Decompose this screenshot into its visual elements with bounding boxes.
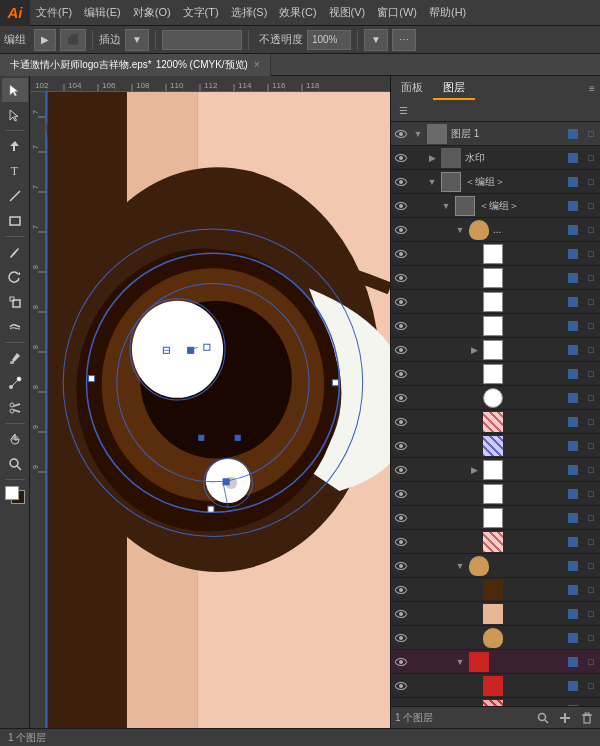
layer-expand-13[interactable] [467, 410, 481, 434]
layer-row[interactable]: □ [391, 578, 600, 602]
layer-row[interactable]: ▼ ＜编组＞ □ [391, 194, 600, 218]
layer-row[interactable]: □ [391, 314, 600, 338]
layer-row[interactable]: □ [391, 482, 600, 506]
layer-expand-25[interactable] [467, 674, 481, 698]
layer-vis-2[interactable] [391, 146, 411, 170]
document-tab[interactable]: 卡通激情小厨师logo吉祥物.eps* 1200% (CMYK/预览) × [0, 54, 271, 76]
layer-row[interactable]: ▼ □ [391, 554, 600, 578]
layer-vis-7[interactable] [391, 266, 411, 290]
layer-expand-15[interactable]: ▶ [467, 458, 481, 482]
layer-vis-5[interactable] [391, 218, 411, 242]
warp-tool[interactable] [2, 315, 28, 339]
layer-vis-3[interactable] [391, 170, 411, 194]
layer-expand-4[interactable]: ▼ [439, 194, 453, 218]
panel-tab-layers[interactable]: 图层 [433, 76, 475, 100]
layer-row[interactable]: ▶ □ [391, 458, 600, 482]
layer-vis-8[interactable] [391, 290, 411, 314]
layer-expand-10[interactable]: ▶ [467, 338, 481, 362]
layer-vis-24[interactable] [391, 650, 411, 674]
layer-vis-22[interactable] [391, 602, 411, 626]
layer-vis-26[interactable] [391, 698, 411, 707]
layer-vis-10[interactable] [391, 338, 411, 362]
layer-visibility-1[interactable] [391, 122, 411, 146]
layer-row[interactable]: ▼ ... □ [391, 218, 600, 242]
layer-expand-5[interactable]: ▼ [453, 218, 467, 242]
menu-effect[interactable]: 效果(C) [273, 0, 322, 26]
layer-expand-20[interactable]: ▼ [453, 554, 467, 578]
eyedropper-tool[interactable] [2, 346, 28, 370]
layer-expand-8[interactable] [467, 290, 481, 314]
stroke-input[interactable] [162, 30, 242, 50]
layer-vis-20[interactable] [391, 554, 411, 578]
menu-select[interactable]: 选择(S) [225, 0, 274, 26]
layer-expand-2[interactable]: ▶ [425, 146, 439, 170]
layer-expand-1[interactable]: ▼ [411, 122, 425, 146]
layer-row[interactable]: □ [391, 698, 600, 706]
layer-expand-26[interactable] [467, 698, 481, 707]
direct-select-tool[interactable] [2, 103, 28, 127]
layer-options-btn[interactable]: ☰ [395, 103, 411, 119]
menu-help[interactable]: 帮助(H) [423, 0, 472, 26]
layer-expand-3[interactable]: ▼ [425, 170, 439, 194]
layer-vis-12[interactable] [391, 386, 411, 410]
layers-panel[interactable]: ▼ 图层 1 □ ▶ 水印 □ ▼ ＜ [391, 122, 600, 706]
layer-vis-15[interactable] [391, 458, 411, 482]
style-btn[interactable]: ▼ [364, 29, 388, 51]
select-tool[interactable] [2, 78, 28, 102]
rotate-tool[interactable] [2, 265, 28, 289]
layer-expand-12[interactable] [467, 386, 481, 410]
pen-tool[interactable] [2, 134, 28, 158]
layer-vis-9[interactable] [391, 314, 411, 338]
layer-expand-7[interactable] [467, 266, 481, 290]
layer-row[interactable]: □ [391, 410, 600, 434]
panel-tab-board[interactable]: 面板 [391, 76, 433, 100]
layer-row[interactable]: □ [391, 674, 600, 698]
type-tool[interactable]: T [2, 159, 28, 183]
layer-vis-14[interactable] [391, 434, 411, 458]
layer-row[interactable]: □ [391, 386, 600, 410]
layer-vis-21[interactable] [391, 578, 411, 602]
layer-expand-24[interactable]: ▼ [453, 650, 467, 674]
blend-tool[interactable] [2, 371, 28, 395]
panel-collapse-btn[interactable]: ≡ [584, 80, 600, 96]
menu-object[interactable]: 对象(O) [127, 0, 177, 26]
layers-add-btn[interactable] [556, 709, 574, 727]
mode-select[interactable]: ▼ [125, 29, 149, 51]
opacity-input[interactable] [307, 30, 351, 50]
isolate-group-btn[interactable]: ▶ [34, 29, 56, 51]
layer-vis-16[interactable] [391, 482, 411, 506]
layer-vis-23[interactable] [391, 626, 411, 650]
layer-expand-11[interactable] [467, 362, 481, 386]
more-btn[interactable]: ⋯ [392, 29, 416, 51]
layer-row[interactable]: ▶ 水印 □ [391, 146, 600, 170]
layer-vis-25[interactable] [391, 674, 411, 698]
layer-expand-14[interactable] [467, 434, 481, 458]
layer-expand-17[interactable] [467, 506, 481, 530]
layers-delete-btn[interactable] [578, 709, 596, 727]
layer-row[interactable]: ▼ ＜编组＞ □ [391, 170, 600, 194]
layer-vis-4[interactable] [391, 194, 411, 218]
layer-row[interactable]: □ [391, 290, 600, 314]
layer-row[interactable]: □ [391, 530, 600, 554]
scissors-tool[interactable] [2, 396, 28, 420]
brush-tool[interactable] [2, 240, 28, 264]
zoom-tool[interactable] [2, 452, 28, 476]
layer-row[interactable]: ▼ 图层 1 □ [391, 122, 600, 146]
menu-text[interactable]: 文字(T) [177, 0, 225, 26]
menu-file[interactable]: 文件(F) [30, 0, 78, 26]
rect-tool[interactable] [2, 209, 28, 233]
menu-view[interactable]: 视图(V) [323, 0, 372, 26]
menu-edit[interactable]: 编辑(E) [78, 0, 127, 26]
layer-expand-6[interactable] [467, 242, 481, 266]
scale-tool[interactable] [2, 290, 28, 314]
layers-search-btn[interactable] [534, 709, 552, 727]
layer-row[interactable]: □ [391, 626, 600, 650]
color-swatch[interactable] [3, 484, 27, 506]
layer-row[interactable]: □ [391, 266, 600, 290]
tab-close-btn[interactable]: × [254, 59, 260, 70]
layer-expand-23[interactable] [467, 626, 481, 650]
layer-row[interactable]: ▼ □ [391, 650, 600, 674]
layer-vis-18[interactable] [391, 530, 411, 554]
layer-expand-16[interactable] [467, 482, 481, 506]
layer-row[interactable]: □ [391, 362, 600, 386]
